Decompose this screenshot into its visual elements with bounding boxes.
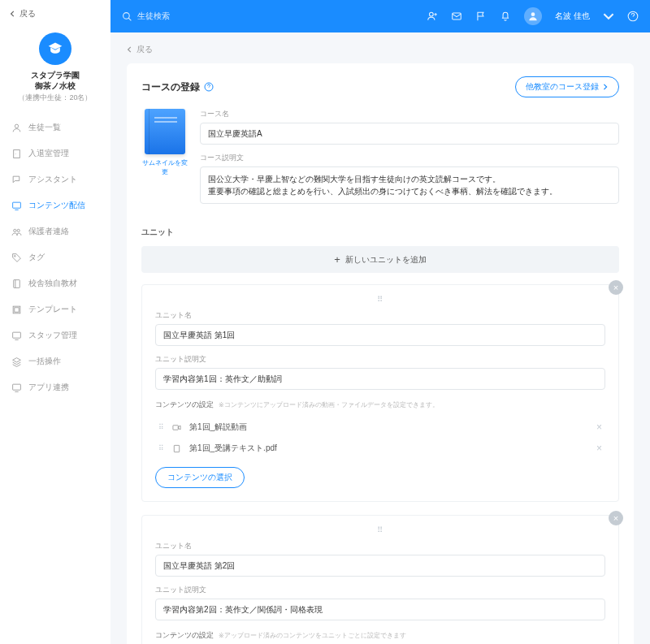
topbar: 生徒検索 名波 佳也 [110,0,650,32]
sidebar-item-9[interactable]: 一括操作 [0,348,110,374]
sidebar-item-label: 入退室管理 [28,148,69,159]
content-item-name: 第1回_解説動画 [189,421,247,433]
door-icon [11,149,22,159]
thumbnail-image [145,109,185,154]
drag-handle-icon[interactable]: ⠿ [155,295,605,304]
sidebar-item-4[interactable]: 保護者連絡 [0,218,110,244]
main: 生徒検索 名波 佳也 戻る [110,0,650,644]
remove-content-button[interactable]: × [596,421,602,433]
flag-icon[interactable] [475,11,487,22]
unit-desc-input[interactable] [155,368,605,390]
content-back-label: 戻る [136,44,153,55]
svg-rect-2 [13,202,21,208]
drag-handle-icon[interactable]: ⠿ [155,525,605,534]
unit-desc-label: ユニット説明文 [155,585,605,595]
book-icon [11,279,22,289]
sidebar-item-1[interactable]: 入退室管理 [0,140,110,166]
course-desc-input[interactable]: 国公立大学・早慶上智などの難関大学を目指す生徒向けの英文読解コースです。 重要事… [200,166,619,204]
sidebar-item-0[interactable]: 生徒一覧 [0,115,110,140]
select-content-button[interactable]: コンテンツの選択 [155,467,245,488]
unit-name-label: ユニット名 [155,310,605,321]
unit-section-title: ユニット [141,227,619,238]
drag-handle-icon[interactable]: ⠿ [158,444,164,452]
svg-point-11 [124,12,130,19]
content-back[interactable]: 戻る [127,44,634,55]
staff-icon [11,331,22,341]
file-icon [171,444,182,453]
bell-icon[interactable] [500,11,511,22]
app-icon [11,383,22,393]
remove-unit-button[interactable]: × [609,280,623,295]
svg-rect-8 [15,307,19,311]
unit-name-input[interactable] [155,324,605,346]
unit-desc-input[interactable] [155,599,605,620]
sidebar-item-label: スタッフ管理 [28,330,77,341]
content-area: 戻る コースの登録 他教室のコース登録 サムネイルを変 [110,32,650,644]
svg-point-5 [15,255,16,257]
search-input[interactable]: 生徒検索 [122,11,418,22]
course-name-label: コース名 [200,109,619,119]
sidebar-item-6[interactable]: 校舎独自教材 [0,270,110,296]
svg-rect-1 [14,149,20,158]
sidebar-item-3[interactable]: コンテンツ配信 [0,192,110,218]
help-icon[interactable] [627,11,639,22]
topbar-actions: 名波 佳也 [427,7,639,25]
people-icon [11,227,22,237]
change-thumbnail-link[interactable]: サムネイルを変更 [141,158,188,176]
content-icon [11,201,22,211]
search-placeholder: 生徒検索 [137,11,170,22]
remove-content-button[interactable]: × [596,443,602,454]
sidebar-item-label: 生徒一覧 [28,122,61,133]
help-icon[interactable] [204,82,214,92]
search-icon [122,11,132,22]
svg-point-12 [430,12,434,16]
school-student-count: （連携中生徒：20名） [5,93,106,103]
sidebar-item-label: 校舎独自教材 [28,278,77,289]
sidebar-back-label: 戻る [20,8,36,19]
sidebar-item-label: タグ [28,252,45,263]
chevron-left-icon [10,11,16,17]
course-name-input[interactable] [200,123,619,145]
add-user-icon[interactable] [427,11,438,22]
content-item: ⠿ 第1回_受講テキスト.pdf × [155,438,605,459]
chevron-right-icon [602,84,609,90]
svg-rect-9 [13,332,21,338]
svg-rect-6 [14,279,20,287]
unit-name-input[interactable] [155,555,605,577]
sidebar-item-label: 一括操作 [28,356,61,367]
sidebar-item-10[interactable]: アプリ連携 [0,374,110,400]
sidebar-nav: 生徒一覧入退室管理アシスタントコンテンツ配信保護者連絡タグ校舎独自教材テンプレー… [0,115,110,400]
video-icon [171,423,182,432]
svg-rect-18 [174,445,179,452]
remove-unit-button[interactable]: × [609,511,623,525]
content-item: ⠿ 第1回_解説動画 × [155,417,605,438]
sidebar-item-label: コンテンツ配信 [28,200,85,211]
unit-block: × ⠿ ユニット名 ユニット説明文 コンテンツの設定※アップロード済みのコンテン… [141,515,619,644]
avatar[interactable] [524,7,542,25]
thumbnail: サムネイルを変更 [141,109,188,214]
content-setting-label: コンテンツの設定※コンテンツにアップロード済みの動画・ファイルデータを設定できま… [155,400,605,410]
tag-icon [11,253,22,263]
drag-handle-icon[interactable]: ⠿ [158,423,164,431]
content-item-name: 第1回_受講テキスト.pdf [189,443,277,454]
course-desc-label: コース説明文 [200,153,619,163]
sidebar-back[interactable]: 戻る [0,8,110,26]
content-setting-label: コンテンツの設定※アップロード済みのコンテンツをユニットごとに設定できます [155,630,605,641]
sidebar-item-5[interactable]: タグ [0,244,110,270]
unit-desc-label: ユニット説明文 [155,354,605,365]
other-room-course-button[interactable]: 他教室のコース登録 [515,76,619,97]
svg-rect-17 [173,425,178,430]
sidebar-item-2[interactable]: アシスタント [0,166,110,192]
add-unit-button[interactable]: + 新しいユニットを追加 [141,246,619,273]
chevron-left-icon [127,46,133,53]
svg-rect-10 [13,384,21,390]
template-icon [11,305,22,315]
user-icon [11,123,22,133]
sidebar-item-7[interactable]: テンプレート [0,296,110,322]
svg-point-14 [531,12,535,16]
mail-icon[interactable] [451,11,462,22]
sidebar-item-8[interactable]: スタッフ管理 [0,322,110,348]
svg-point-0 [15,124,18,128]
sidebar-item-label: アシスタント [28,174,77,185]
chevron-down-icon[interactable] [603,11,614,22]
